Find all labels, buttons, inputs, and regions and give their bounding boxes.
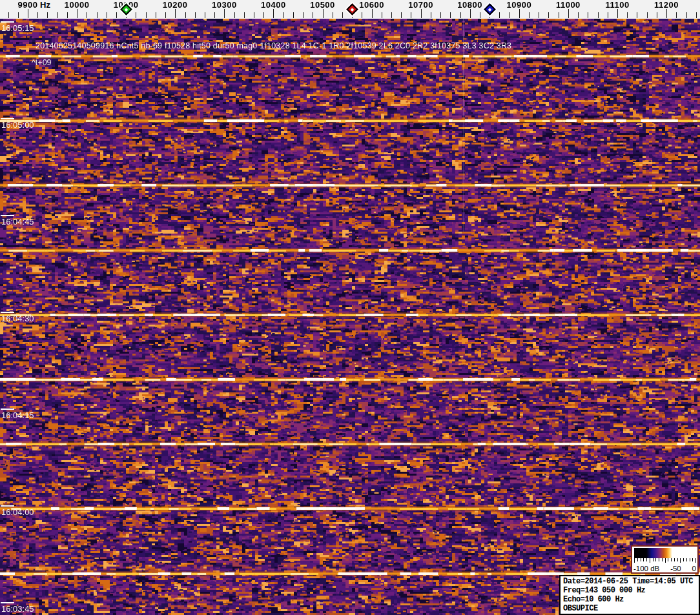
ruler-tick: [283, 12, 284, 18]
info-line-freq: Freq=143 050 000 Hz: [563, 586, 696, 595]
ruler-tick: [510, 12, 510, 18]
colorbar-tick: [653, 558, 654, 561]
ruler-tick: [303, 12, 304, 18]
time-tick: [1, 215, 14, 216]
ruler-tick: [97, 12, 98, 18]
colorbar-tick: [650, 558, 650, 563]
ruler-tick: [362, 12, 362, 18]
colorbar-tick: [674, 558, 675, 561]
ruler-tick: [205, 12, 205, 18]
ruler-label: 11000: [556, 0, 581, 10]
ruler-tick: [333, 12, 333, 18]
colorbar-tick: [668, 558, 668, 561]
ruler-tick: [411, 12, 411, 18]
ruler-tick: [588, 12, 588, 18]
ruler-tick: [175, 9, 176, 18]
marker-red-marker-diamond[interactable]: [346, 3, 358, 15]
ruler-tick: [450, 12, 451, 18]
colorbar-tick: [686, 558, 687, 561]
colorbar-tick: [671, 558, 672, 561]
frequency-ruler[interactable]: Hz 9900100001010010200103001040010500106…: [0, 0, 700, 19]
time-tick: [1, 21, 14, 23]
colorbar: -100 dB -50 0: [631, 545, 699, 574]
colorbar-tick: [692, 558, 693, 561]
ruler-tick: [8, 12, 9, 18]
time-label: 16:04:30: [1, 314, 34, 323]
ruler-tick: [548, 12, 549, 18]
ruler-tick: [165, 12, 166, 18]
ruler-tick: [18, 12, 19, 18]
ruler-label: 11200: [654, 0, 679, 10]
ruler-tick: [539, 12, 539, 18]
colorbar-tick: [646, 558, 647, 561]
ruler-tick: [529, 12, 530, 18]
ruler-tick: [313, 12, 313, 18]
ruler-tick: [77, 9, 77, 18]
ruler-tick: [273, 9, 274, 18]
ruler-tick: [519, 9, 520, 18]
ruler-label: 10900: [506, 0, 531, 10]
station-info-box: Date=2014-06-25 Time=14:05 UTC Freq=143 …: [559, 575, 700, 615]
event-time-marker: ^t+09: [32, 58, 52, 67]
colorbar-gradient: [634, 548, 695, 558]
info-line-echo: Echo=10 600 Hz: [563, 595, 696, 604]
ruler-tick: [372, 9, 373, 18]
time-tick: [1, 312, 14, 313]
ruler-tick: [214, 12, 215, 18]
ruler-label: 10400: [261, 0, 286, 10]
colorbar-tick: [662, 558, 663, 561]
ruler-tick: [391, 12, 392, 18]
ruler-tick: [87, 12, 87, 18]
info-line-station: OBSUPICE: [563, 604, 696, 613]
ruler-tick: [578, 12, 579, 18]
ruler-tick: [470, 9, 471, 18]
colorbar-label-mid: -50: [670, 565, 681, 572]
time-label: 16:05:15: [1, 23, 34, 33]
colorbar-tick: [695, 558, 696, 563]
ruler-tick: [185, 12, 186, 18]
time-label: 16:05:00: [1, 120, 34, 130]
detection-annotation: 20140625140509916 hCnt5 nb-69 f10528 hit…: [36, 41, 511, 50]
spectrogram-waterfall[interactable]: [0, 19, 700, 615]
colorbar-tick: [641, 558, 641, 561]
time-label: 16:03:45: [1, 604, 34, 614]
ruler-tick: [401, 12, 402, 18]
ruler-tick: [460, 12, 461, 18]
info-line-datetime: Date=2014-06-25 Time=14:05 UTC: [563, 577, 696, 586]
time-label: 16:04:00: [1, 507, 34, 517]
ruler-tick: [431, 12, 431, 18]
ruler-tick: [657, 12, 657, 18]
time-tick: [1, 408, 14, 410]
ruler-tick: [224, 9, 225, 18]
ruler-unit-label: Hz: [40, 0, 50, 10]
ruler-tick: [647, 12, 648, 18]
colorbar-tick: [690, 558, 690, 561]
ruler-label: 11100: [605, 0, 629, 10]
colorbar-tick: [659, 558, 659, 561]
ruler-tick: [136, 12, 136, 18]
ruler-tick: [568, 9, 569, 18]
ruler-label: 10800: [457, 0, 482, 10]
ruler-tick: [686, 12, 687, 18]
time-tick: [1, 602, 14, 603]
ruler-tick: [676, 12, 677, 18]
ruler-tick: [156, 12, 156, 18]
ruler-tick: [637, 12, 637, 18]
ruler-tick: [499, 12, 500, 18]
ruler-tick: [146, 12, 147, 18]
ruler-label: 9900: [18, 0, 38, 10]
colorbar-tick: [655, 558, 656, 561]
ruler-label: 10600: [359, 0, 384, 10]
ruler-tick: [696, 12, 697, 18]
ruler-tick: [293, 12, 294, 18]
ruler-tick: [598, 12, 599, 18]
colorbar-tick: [665, 558, 666, 563]
ruler-tick: [47, 12, 48, 18]
ruler-tick: [559, 12, 559, 18]
ruler-tick: [608, 12, 608, 18]
marker-blue-marker-diamond[interactable]: [484, 3, 495, 15]
ruler-tick: [107, 12, 107, 18]
colorbar-label-max: 0: [692, 565, 696, 572]
time-tick: [1, 118, 14, 119]
ruler-label: 10300: [212, 0, 237, 10]
